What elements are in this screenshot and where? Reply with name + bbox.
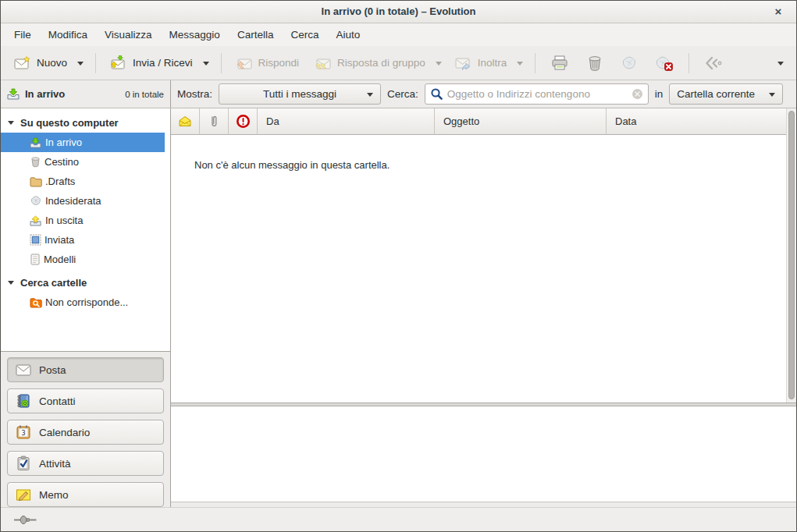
column-priority[interactable]: [229, 108, 258, 135]
calendar-icon: 3: [16, 424, 31, 440]
tree-group-search-folders[interactable]: Cerca cartelle: [1, 272, 170, 293]
search-scope-dropdown[interactable]: Cartella corrente: [669, 83, 783, 105]
sidebar-item-label: .Drafts: [45, 176, 75, 187]
reply-icon: [236, 56, 253, 70]
sidebar-item-indesiderata[interactable]: Indesiderata: [1, 191, 165, 211]
send-receive-button[interactable]: Invia / Ricevi: [103, 50, 200, 76]
column-oggetto[interactable]: Oggetto: [435, 108, 607, 135]
priority-icon: [236, 114, 251, 129]
inbox-icon: [7, 88, 20, 100]
menu-messaggio[interactable]: Messaggio: [161, 23, 229, 46]
preview-pane: [171, 406, 796, 502]
main-area: Da Oggetto Data Non c'è alcun messaggio …: [171, 108, 796, 507]
empty-folder-message: Non c'è alcun messaggio in questa cartel…: [194, 159, 390, 171]
switcher-attivita-button[interactable]: Attività: [7, 451, 164, 476]
new-dropdown-arrow-icon[interactable]: [77, 62, 84, 69]
tasks-icon: [16, 456, 31, 471]
chevron-down-icon: [367, 93, 373, 100]
sidebar-item-non-corrisponde[interactable]: Non corrisponde...: [1, 293, 165, 312]
show-filter-dropdown[interactable]: Tutti i messaggi: [219, 83, 381, 105]
inbox-icon: [30, 137, 42, 148]
switcher-label: Posta: [39, 364, 66, 376]
forward-button[interactable]: Inoltra: [448, 50, 514, 76]
sidebar-item-cestino[interactable]: Cestino: [1, 152, 165, 172]
search-input[interactable]: [447, 88, 628, 100]
tree-group-label: Su questo computer: [20, 117, 119, 129]
outbox-icon: [30, 215, 42, 226]
clear-search-icon[interactable]: [632, 88, 643, 100]
switcher-calendario-button[interactable]: 3 Calendario: [7, 420, 164, 445]
read-status-icon: [178, 115, 192, 127]
view-switcher: Posta Contatti: [1, 351, 170, 512]
sidebar-item-inviata[interactable]: Inviata: [1, 230, 165, 250]
sidebar-item-label: Inviata: [44, 234, 74, 246]
folder-tree: Su questo computer In arrivo Cestino: [1, 108, 170, 351]
sidebar-item-in-arrivo[interactable]: In arrivo: [1, 133, 165, 152]
tree-group-on-this-computer[interactable]: Su questo computer: [1, 112, 170, 133]
menu-file[interactable]: File: [5, 23, 40, 46]
delete-button[interactable]: [578, 50, 611, 76]
menu-visualizza[interactable]: Visualizza: [96, 23, 161, 46]
switcher-contatti-button[interactable]: Contatti: [7, 388, 164, 413]
reply-button[interactable]: Rispondi: [229, 50, 307, 76]
reply-button-label: Rispondi: [258, 57, 300, 69]
chevron-down-icon: [769, 93, 775, 100]
switcher-label: Attività: [39, 458, 71, 470]
column-label: Da: [266, 115, 279, 127]
expander-icon[interactable]: [8, 281, 14, 288]
menu-aiuto[interactable]: Aiuto: [327, 23, 368, 46]
group-reply-button-label: Risposta di gruppo: [337, 57, 425, 69]
column-data[interactable]: Data: [607, 108, 796, 135]
sidebar-item-label: Non corrisponde...: [45, 296, 128, 308]
scrollbar-thumb[interactable]: [788, 111, 795, 399]
back-button[interactable]: [696, 50, 732, 76]
print-button[interactable]: [543, 50, 577, 76]
new-button-label: Nuovo: [37, 57, 67, 69]
column-da[interactable]: Da: [258, 108, 435, 135]
send-receive-button-label: Invia / Ricevi: [133, 57, 193, 69]
group-reply-dropdown-arrow-icon[interactable]: [436, 62, 442, 69]
close-icon[interactable]: ×: [770, 1, 787, 23]
show-filter-value: Tutti i messaggi: [263, 88, 336, 100]
trash-icon: [30, 156, 41, 168]
status-bar: [1, 507, 796, 531]
sidebar-item-modelli[interactable]: Modelli: [1, 250, 165, 269]
send-receive-dropdown-arrow-icon[interactable]: [203, 62, 209, 69]
toolbar-separator: [535, 53, 535, 73]
new-button[interactable]: Nuovo: [7, 50, 74, 76]
window-title: In arrivo (0 in totale) – Evolution: [322, 5, 476, 17]
expander-icon[interactable]: [8, 121, 14, 128]
column-read-status[interactable]: [171, 108, 200, 135]
folder-icon: [30, 176, 42, 187]
toolbar-overflow-arrow-icon[interactable]: [777, 62, 784, 69]
sidebar-item-in-uscita[interactable]: In uscita: [1, 211, 165, 230]
junk-icon: [621, 55, 638, 71]
memo-icon: [16, 488, 31, 502]
column-attachment[interactable]: [200, 108, 229, 135]
sidebar-item-label: Indesiderata: [45, 195, 101, 207]
menu-cerca[interactable]: Cerca: [282, 23, 327, 46]
message-list-header: Da Oggetto Data: [171, 108, 796, 135]
new-message-icon: [14, 56, 31, 70]
filter-bar: In arrivo 0 in totale Mostra: Tutti i me…: [1, 80, 796, 108]
switcher-posta-button[interactable]: Posta: [7, 357, 164, 382]
sidebar-item-label: In arrivo: [45, 137, 82, 148]
message-list-scrollbar[interactable]: [786, 108, 796, 403]
column-label: Oggetto: [443, 115, 479, 127]
group-reply-icon: [315, 56, 332, 70]
menu-modifica[interactable]: Modifica: [40, 23, 96, 46]
menu-cartella[interactable]: Cartella: [229, 23, 283, 46]
not-junk-button[interactable]: [647, 50, 681, 76]
switcher-label: Memo: [39, 489, 69, 501]
forward-icon: [455, 56, 472, 70]
online-status-icon[interactable]: [14, 515, 37, 525]
search-icon: [430, 87, 443, 101]
forward-dropdown-arrow-icon[interactable]: [517, 62, 523, 69]
sidebar-item-drafts[interactable]: .Drafts: [1, 172, 165, 191]
evolution-window: In arrivo (0 in totale) – Evolution × Fi…: [0, 0, 797, 532]
trash-icon: [586, 55, 603, 71]
switcher-memo-button[interactable]: Memo: [7, 482, 164, 507]
group-reply-button[interactable]: Risposta di gruppo: [308, 50, 432, 76]
switcher-label: Contatti: [39, 395, 76, 407]
junk-button[interactable]: [613, 50, 646, 76]
